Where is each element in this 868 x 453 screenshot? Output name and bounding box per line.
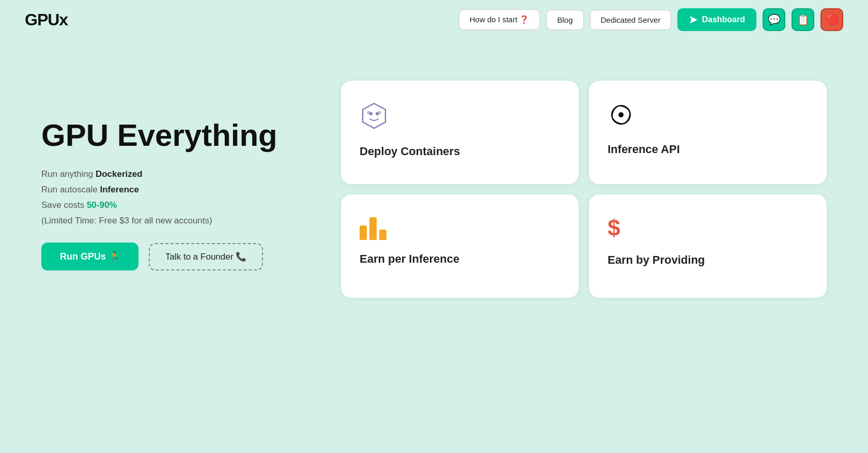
send-icon: ➤: [689, 13, 698, 26]
clipboard-icon: 📋: [797, 13, 810, 26]
logo: GPUx: [25, 10, 68, 29]
earn-per-inference-card[interactable]: Earn per Inference: [341, 194, 579, 298]
earn-by-providing-card[interactable]: $ Earn by Providing: [589, 194, 827, 298]
deploy-containers-title: Deploy Containers: [360, 145, 560, 158]
clipboard-icon-button[interactable]: 📋: [792, 8, 814, 31]
alert-icon: 🔴: [826, 13, 839, 26]
main-content: GPU Everything Run anything Dockerized R…: [0, 39, 868, 319]
earn-by-providing-title: Earn by Providing: [608, 253, 808, 267]
bar-1: [360, 225, 367, 240]
blog-button[interactable]: Blog: [546, 10, 583, 30]
discord-icon-button[interactable]: 💬: [763, 8, 785, 31]
talk-to-founder-button[interactable]: Talk to a Founder 📞: [149, 243, 263, 270]
desc-line-1: Run anything Dockerized: [41, 169, 300, 179]
notification-icon-button[interactable]: 🔴: [820, 8, 843, 31]
header: GPUx How do I start ❓ Blog Dedicated Ser…: [0, 0, 868, 39]
desc-line-4: (Limited Time: Free $3 for all new accou…: [41, 216, 300, 226]
desc-line-3: Save costs 50-90%: [41, 200, 300, 210]
discord-icon: 💬: [768, 13, 781, 26]
desc-line-2: Run autoscale Inference: [41, 185, 300, 195]
earn-per-inference-icon: [360, 215, 560, 240]
earn-per-inference-title: Earn per Inference: [360, 252, 560, 266]
page-title: GPU Everything: [41, 118, 300, 153]
svg-point-5: [618, 112, 624, 117]
inference-api-icon: [608, 101, 808, 130]
inference-api-title: Inference API: [608, 143, 808, 156]
hero-section: GPU Everything Run anything Dockerized R…: [41, 98, 300, 270]
cta-group: Run GPUs 🏃 Talk to a Founder 📞: [41, 243, 300, 270]
cards-section: Deploy Containers Inference API: [341, 70, 827, 298]
dashboard-button[interactable]: ➤ Dashboard: [677, 8, 756, 31]
svg-point-4: [378, 112, 380, 114]
bar-3: [379, 230, 386, 240]
navigation: How do I start ❓ Blog Dedicated Server ➤…: [459, 8, 843, 31]
dedicated-server-button[interactable]: Dedicated Server: [590, 10, 672, 30]
deploy-containers-card[interactable]: Deploy Containers: [341, 81, 579, 184]
earn-by-providing-icon: $: [608, 215, 808, 241]
inference-api-card[interactable]: Inference API: [589, 81, 827, 184]
run-gpus-button[interactable]: Run GPUs 🏃: [41, 243, 138, 270]
svg-point-3: [368, 112, 370, 114]
svg-marker-0: [363, 103, 385, 128]
hero-description: Run anything Dockerized Run autoscale In…: [41, 169, 300, 226]
bar-2: [369, 217, 377, 240]
deploy-containers-icon: [360, 101, 560, 132]
how-do-i-start-button[interactable]: How do I start ❓: [459, 9, 540, 30]
